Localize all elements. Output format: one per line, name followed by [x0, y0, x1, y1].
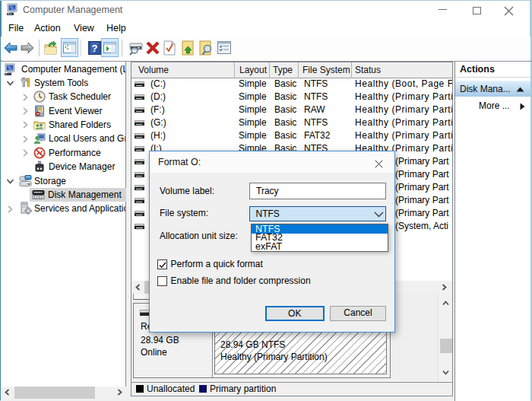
svg-text:?: ? — [92, 43, 98, 54]
